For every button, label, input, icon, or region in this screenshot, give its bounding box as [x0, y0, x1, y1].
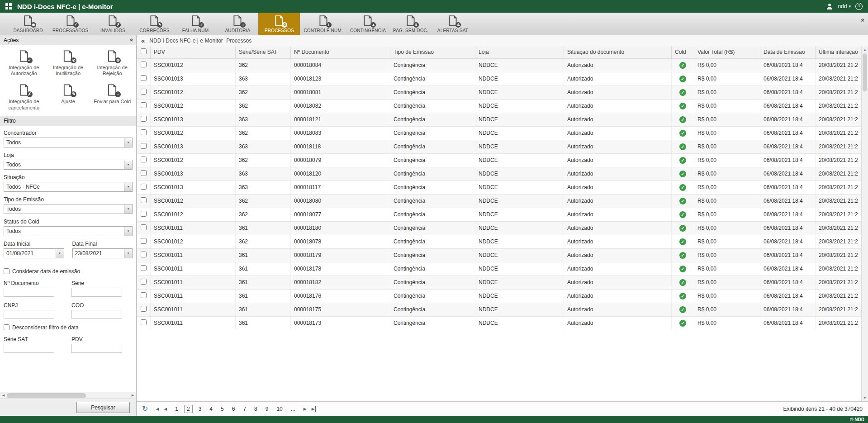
column-header[interactable]: Cold — [672, 46, 694, 58]
scroll-up-icon[interactable]: ▲ — [862, 46, 868, 53]
pdv-input[interactable] — [71, 344, 122, 353]
filter-select[interactable]: Todos ▾ — [4, 160, 133, 170]
row-checkbox[interactable] — [141, 102, 147, 108]
row-checkbox[interactable] — [141, 62, 147, 67]
page-number[interactable]: 8 — [252, 405, 260, 413]
page-number[interactable]: 2 — [184, 405, 193, 413]
toolbar-item[interactable]: # FALHA NUM. — [175, 13, 217, 35]
toolbar-item[interactable]: ✗ INVÁLIDOS — [92, 13, 133, 35]
page-number[interactable]: 7 — [241, 405, 248, 413]
toolbar-item[interactable]: ▲ CONTINGÊNCIA — [346, 13, 389, 35]
toolbar-item[interactable]: $ PAG. SEM DOC. — [389, 13, 432, 35]
table-row[interactable]: SSC001011 361 000018179 Contingência NDD… — [137, 248, 861, 262]
next-page-button[interactable]: ▶ — [303, 406, 308, 412]
row-checkbox[interactable] — [141, 157, 147, 162]
page-number[interactable]: 5 — [218, 405, 226, 413]
page-number[interactable]: 4 — [207, 405, 215, 413]
scroll-right-icon[interactable]: ▶ — [129, 394, 136, 397]
select-all-checkbox[interactable] — [141, 48, 147, 54]
date-end-picker[interactable]: 23/08/2021 ▾ — [72, 248, 133, 258]
action-button[interactable]: ✎ Ajuste — [46, 84, 90, 110]
consider-emission-checkbox[interactable] — [4, 268, 9, 274]
column-header[interactable]: Série/Série SAT — [236, 46, 291, 58]
actions-collapse-button[interactable]: » — [128, 38, 134, 42]
page-number[interactable]: ... — [289, 405, 298, 413]
row-checkbox[interactable] — [141, 89, 147, 95]
dropdown-arrow-icon[interactable]: ▾ — [124, 160, 132, 169]
table-row[interactable]: SSC001013 363 000018121 Contingência NDD… — [137, 113, 861, 126]
row-checkbox[interactable] — [141, 211, 147, 217]
user-menu[interactable]: ndd ▾ — [838, 3, 851, 10]
page-number[interactable]: 3 — [196, 405, 204, 413]
table-row[interactable]: SSC001011 361 000018180 Contingência NDD… — [137, 221, 861, 235]
action-button[interactable]: ✗ Integração de cancelamento — [2, 84, 46, 110]
table-row[interactable]: SSC001013 363 000018123 Contingência NDD… — [137, 72, 861, 86]
table-row[interactable]: SSC001012 362 000018083 Contingência NDD… — [137, 126, 861, 140]
dropdown-arrow-icon[interactable]: ▾ — [56, 249, 64, 258]
table-row[interactable]: SSC001013 363 000018120 Contingência NDD… — [137, 167, 861, 181]
column-header[interactable]: Loja — [475, 46, 564, 58]
toolbar-item[interactable]: i AUDITORIA — [217, 13, 258, 35]
column-header[interactable]: Última interação — [816, 46, 861, 58]
table-row[interactable]: SSC001012 362 000018078 Contingência NDD… — [137, 235, 861, 248]
table-row[interactable]: SSC001012 362 000018080 Contingência NDD… — [137, 194, 861, 208]
table-row[interactable]: SSC001012 362 000018081 Contingência NDD… — [137, 86, 861, 99]
table-row[interactable]: SSC001011 361 000018176 Contingência NDD… — [137, 289, 861, 303]
filter-select[interactable]: Todos ▾ — [4, 204, 133, 214]
dropdown-arrow-icon[interactable]: ▾ — [124, 138, 132, 147]
serie-input[interactable] — [71, 288, 122, 297]
row-checkbox[interactable] — [141, 279, 147, 285]
coo-input[interactable] — [71, 310, 122, 319]
help-button[interactable]: ? — [855, 3, 863, 10]
dropdown-arrow-icon[interactable]: ▾ — [124, 249, 132, 258]
filter-select[interactable]: Todos ▾ — [4, 138, 133, 147]
row-checkbox[interactable] — [141, 224, 147, 230]
table-row[interactable]: SSC001012 362 000018077 Contingência NDD… — [137, 208, 861, 221]
documento-input[interactable] — [4, 288, 54, 297]
column-header[interactable]: Nº Documento — [291, 46, 390, 58]
column-header[interactable]: Valor Total (R$) — [694, 46, 760, 58]
row-checkbox[interactable] — [141, 170, 147, 176]
prev-page-button[interactable]: ◀ — [163, 406, 168, 412]
row-checkbox[interactable] — [141, 75, 147, 81]
dropdown-arrow-icon[interactable]: ▾ — [124, 227, 132, 236]
row-checkbox[interactable] — [141, 116, 147, 122]
app-launcher-icon[interactable] — [5, 3, 12, 10]
table-row[interactable]: SSC001011 361 000018173 Contingência NDD… — [137, 316, 861, 330]
column-header[interactable]: Tipo de Emissão — [390, 46, 475, 58]
row-checkbox[interactable] — [141, 197, 147, 203]
serie-sat-input[interactable] — [4, 344, 54, 353]
table-row[interactable]: SSC001012 362 000018082 Contingência NDD… — [137, 99, 861, 113]
action-button[interactable]: ⊘ Integração de Inutilização — [46, 50, 90, 76]
table-row[interactable]: SSC001011 361 000018182 Contingência NDD… — [137, 276, 861, 289]
row-checkbox[interactable] — [141, 238, 147, 244]
table-row[interactable]: SSC001013 363 000018118 Contingência NDD… — [137, 140, 861, 153]
table-row[interactable]: SSC001012 362 000018079 Contingência NDD… — [137, 153, 861, 167]
row-checkbox[interactable] — [141, 143, 147, 149]
dropdown-arrow-icon[interactable]: ▾ — [124, 204, 132, 214]
dropdown-arrow-icon[interactable]: ▾ — [124, 182, 132, 191]
column-header[interactable]: PDV — [151, 46, 236, 58]
sidebar-horizontal-scrollbar[interactable]: ◀ ▶ — [0, 392, 136, 399]
toolbar-item[interactable]: ⚙ PROCESSOS — [258, 13, 300, 35]
scrollbar-thumb[interactable] — [863, 53, 867, 91]
action-button[interactable]: ⊗ Integração de Rejeição — [90, 50, 134, 76]
toolbar-collapse-button[interactable]: » — [858, 18, 865, 22]
cnpj-input[interactable] — [4, 310, 54, 319]
column-header[interactable]: Data de Emissão — [760, 46, 816, 58]
row-checkbox[interactable] — [141, 184, 147, 190]
toolbar-item[interactable]: ◉ DASHBOARD — [7, 13, 49, 35]
sidebar-collapse-button[interactable]: « — [141, 37, 145, 44]
table-row[interactable]: SSC001011 361 000018175 Contingência NDD… — [137, 303, 861, 316]
page-number[interactable]: 1 — [173, 405, 180, 413]
toolbar-item[interactable]: ⚠ ALERTAS SAT — [432, 13, 474, 35]
action-button[interactable]: ✓ Integração de Autorização — [2, 50, 46, 76]
column-header[interactable]: Situação do documento — [564, 46, 672, 58]
row-checkbox[interactable] — [141, 129, 147, 135]
row-checkbox[interactable] — [141, 252, 147, 257]
search-button[interactable]: Pesquisar — [76, 402, 130, 413]
row-checkbox[interactable] — [141, 306, 147, 312]
row-checkbox[interactable] — [141, 292, 147, 298]
table-vertical-scrollbar[interactable]: ▲ ▼ — [861, 46, 868, 401]
last-page-button[interactable]: ▶ — [311, 406, 316, 412]
